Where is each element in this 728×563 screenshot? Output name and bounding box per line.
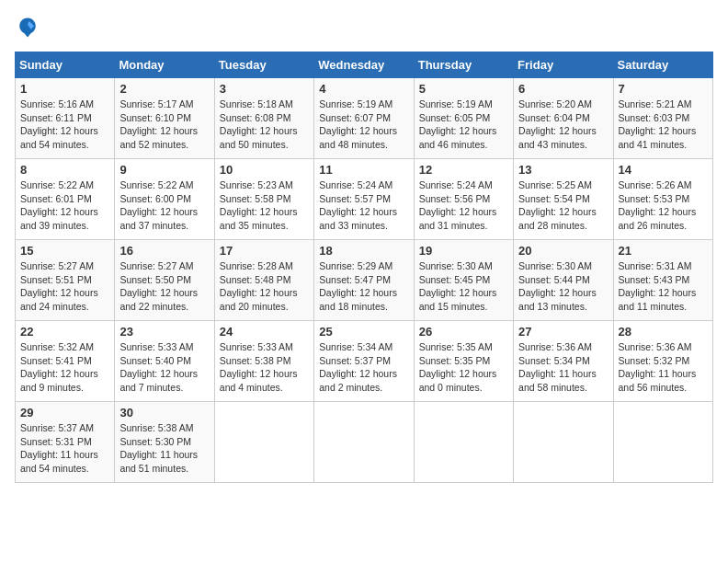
- sunrise-label: Sunrise: 5:24 AM: [319, 179, 392, 190]
- daylight-label: Daylight: 12 hours and 26 minutes.: [619, 206, 697, 231]
- day-number: 3: [220, 82, 309, 96]
- calendar-cell: 23 Sunrise: 5:33 AM Sunset: 5:40 PM Dayl…: [115, 321, 214, 402]
- day-number: 21: [619, 244, 708, 258]
- calendar-cell: 17 Sunrise: 5:28 AM Sunset: 5:48 PM Dayl…: [214, 240, 313, 321]
- calendar-cell: 5 Sunrise: 5:19 AM Sunset: 6:05 PM Dayli…: [414, 78, 513, 159]
- day-number: 28: [619, 325, 708, 339]
- calendar-header-row: SundayMondayTuesdayWednesdayThursdayFrid…: [16, 52, 713, 78]
- daylight-label: Daylight: 12 hours and 13 minutes.: [518, 287, 597, 312]
- calendar-week-row: 22 Sunrise: 5:32 AM Sunset: 5:41 PM Dayl…: [16, 321, 713, 402]
- calendar-cell: 8 Sunrise: 5:22 AM Sunset: 6:01 PM Dayli…: [16, 159, 115, 240]
- day-info: Sunrise: 5:24 AM Sunset: 5:57 PM Dayligh…: [319, 178, 408, 233]
- day-number: 18: [319, 244, 408, 258]
- sunset-label: Sunset: 5:53 PM: [619, 193, 690, 204]
- sunset-label: Sunset: 5:54 PM: [518, 193, 590, 204]
- calendar-cell: 12 Sunrise: 5:24 AM Sunset: 5:56 PM Dayl…: [414, 159, 513, 240]
- logo-icon: [15, 15, 40, 40]
- calendar-cell: 20 Sunrise: 5:30 AM Sunset: 5:44 PM Dayl…: [514, 240, 613, 321]
- sunset-label: Sunset: 6:05 PM: [419, 112, 491, 123]
- calendar-cell: 3 Sunrise: 5:18 AM Sunset: 6:08 PM Dayli…: [214, 78, 313, 159]
- day-info: Sunrise: 5:19 AM Sunset: 6:07 PM Dayligh…: [319, 98, 408, 152]
- header-sunday: Sunday: [16, 52, 115, 78]
- day-info: Sunrise: 5:24 AM Sunset: 5:56 PM Dayligh…: [419, 178, 508, 233]
- sunset-label: Sunset: 6:08 PM: [220, 112, 291, 123]
- sunset-label: Sunset: 6:10 PM: [119, 112, 191, 123]
- calendar-cell: 18 Sunrise: 5:29 AM Sunset: 5:47 PM Dayl…: [314, 240, 414, 321]
- sunset-label: Sunset: 5:43 PM: [619, 274, 690, 285]
- sunrise-label: Sunrise: 5:17 AM: [119, 98, 193, 109]
- sunset-label: Sunset: 6:03 PM: [619, 112, 690, 123]
- day-info: Sunrise: 5:21 AM Sunset: 6:03 PM Dayligh…: [619, 98, 708, 152]
- day-number: 30: [119, 406, 209, 419]
- calendar-week-row: 8 Sunrise: 5:22 AM Sunset: 6:01 PM Dayli…: [16, 159, 713, 240]
- header-friday: Friday: [514, 52, 613, 78]
- day-number: 6: [518, 82, 608, 96]
- sunrise-label: Sunrise: 5:27 AM: [20, 260, 94, 271]
- day-number: 26: [419, 325, 508, 339]
- sunrise-label: Sunrise: 5:29 AM: [319, 260, 392, 271]
- sunrise-label: Sunrise: 5:25 AM: [518, 179, 592, 190]
- day-info: Sunrise: 5:22 AM Sunset: 6:00 PM Dayligh…: [119, 178, 209, 233]
- sunrise-label: Sunrise: 5:35 AM: [419, 341, 493, 352]
- day-info: Sunrise: 5:26 AM Sunset: 5:53 PM Dayligh…: [619, 178, 708, 233]
- day-number: 17: [220, 244, 309, 258]
- sunset-label: Sunset: 5:40 PM: [119, 355, 191, 366]
- calendar-cell: 25 Sunrise: 5:34 AM Sunset: 5:37 PM Dayl…: [314, 321, 414, 402]
- day-info: Sunrise: 5:33 AM Sunset: 5:38 PM Dayligh…: [220, 340, 309, 395]
- day-info: Sunrise: 5:38 AM Sunset: 5:30 PM Dayligh…: [119, 421, 209, 476]
- day-number: 10: [220, 163, 309, 177]
- sunset-label: Sunset: 5:31 PM: [20, 436, 92, 447]
- calendar-cell: 19 Sunrise: 5:30 AM Sunset: 5:45 PM Dayl…: [414, 240, 513, 321]
- day-number: 13: [518, 163, 608, 177]
- calendar-cell: 2 Sunrise: 5:17 AM Sunset: 6:10 PM Dayli…: [115, 78, 214, 159]
- day-info: Sunrise: 5:31 AM Sunset: 5:43 PM Dayligh…: [619, 259, 708, 314]
- day-info: Sunrise: 5:22 AM Sunset: 6:01 PM Dayligh…: [20, 178, 109, 233]
- sunset-label: Sunset: 5:45 PM: [419, 274, 491, 285]
- calendar-cell: [414, 402, 513, 483]
- calendar-cell: 30 Sunrise: 5:38 AM Sunset: 5:30 PM Dayl…: [115, 402, 214, 483]
- day-info: Sunrise: 5:20 AM Sunset: 6:04 PM Dayligh…: [518, 98, 608, 152]
- sunrise-label: Sunrise: 5:19 AM: [419, 98, 493, 109]
- daylight-label: Daylight: 12 hours and 54 minutes.: [20, 125, 98, 150]
- day-number: 12: [419, 163, 508, 177]
- sunrise-label: Sunrise: 5:26 AM: [619, 179, 692, 190]
- day-number: 16: [119, 244, 209, 258]
- logo: [15, 15, 44, 40]
- sunrise-label: Sunrise: 5:24 AM: [419, 179, 493, 190]
- day-number: 25: [319, 325, 408, 339]
- daylight-label: Daylight: 12 hours and 43 minutes.: [518, 125, 597, 150]
- day-number: 8: [20, 163, 109, 177]
- sunset-label: Sunset: 5:34 PM: [518, 355, 590, 366]
- calendar-week-row: 29 Sunrise: 5:37 AM Sunset: 5:31 PM Dayl…: [16, 402, 713, 483]
- sunrise-label: Sunrise: 5:19 AM: [319, 98, 392, 109]
- day-number: 9: [119, 163, 209, 177]
- header: [15, 15, 713, 40]
- day-number: 23: [119, 325, 209, 339]
- daylight-label: Daylight: 12 hours and 52 minutes.: [119, 125, 198, 150]
- day-info: Sunrise: 5:29 AM Sunset: 5:47 PM Dayligh…: [319, 259, 408, 314]
- calendar-cell: 24 Sunrise: 5:33 AM Sunset: 5:38 PM Dayl…: [214, 321, 313, 402]
- daylight-label: Daylight: 12 hours and 28 minutes.: [518, 206, 597, 231]
- sunrise-label: Sunrise: 5:20 AM: [518, 98, 592, 109]
- sunrise-label: Sunrise: 5:22 AM: [119, 179, 193, 190]
- day-info: Sunrise: 5:36 AM Sunset: 5:32 PM Dayligh…: [619, 340, 708, 395]
- sunset-label: Sunset: 5:30 PM: [119, 436, 191, 447]
- sunset-label: Sunset: 6:01 PM: [20, 193, 92, 204]
- sunrise-label: Sunrise: 5:33 AM: [119, 341, 193, 352]
- calendar-cell: 14 Sunrise: 5:26 AM Sunset: 5:53 PM Dayl…: [613, 159, 712, 240]
- day-info: Sunrise: 5:32 AM Sunset: 5:41 PM Dayligh…: [20, 340, 109, 395]
- sunrise-label: Sunrise: 5:23 AM: [220, 179, 293, 190]
- daylight-label: Daylight: 12 hours and 35 minutes.: [220, 206, 298, 231]
- day-number: 15: [20, 244, 109, 258]
- calendar-cell: 1 Sunrise: 5:16 AM Sunset: 6:11 PM Dayli…: [16, 78, 115, 159]
- calendar-cell: 6 Sunrise: 5:20 AM Sunset: 6:04 PM Dayli…: [514, 78, 613, 159]
- sunset-label: Sunset: 5:51 PM: [20, 274, 92, 285]
- header-thursday: Thursday: [414, 52, 513, 78]
- calendar-cell: [214, 402, 313, 483]
- day-info: Sunrise: 5:17 AM Sunset: 6:10 PM Dayligh…: [119, 98, 209, 152]
- daylight-label: Daylight: 12 hours and 39 minutes.: [20, 206, 98, 231]
- day-number: 29: [20, 406, 109, 419]
- daylight-label: Daylight: 12 hours and 11 minutes.: [619, 287, 697, 312]
- daylight-label: Daylight: 12 hours and 46 minutes.: [419, 125, 497, 150]
- day-info: Sunrise: 5:19 AM Sunset: 6:05 PM Dayligh…: [419, 98, 508, 152]
